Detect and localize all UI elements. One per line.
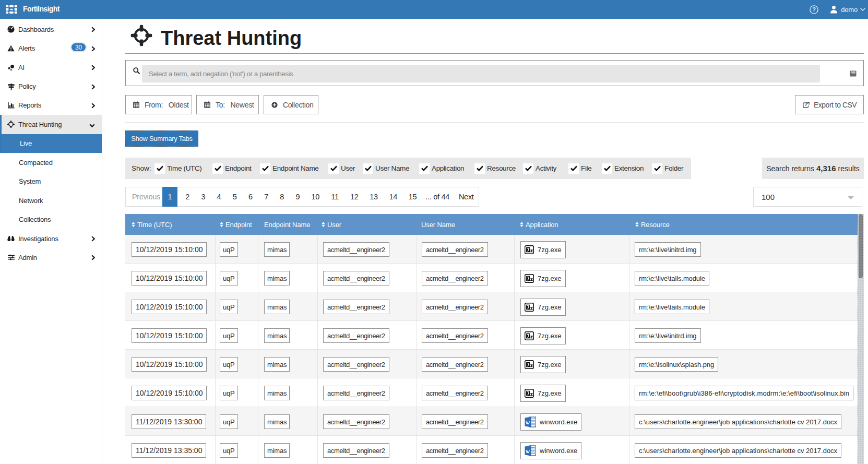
svg-text:?: ? xyxy=(812,6,816,13)
